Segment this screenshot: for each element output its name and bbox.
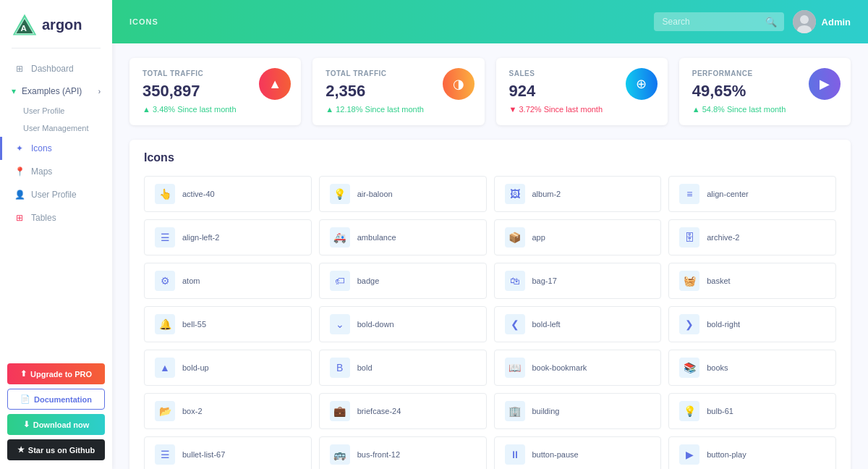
icon-symbol: ⏸ (505, 444, 525, 465)
sidebar-item-maps[interactable]: 📍 Maps (0, 160, 112, 183)
sidebar-item-user-profile[interactable]: User Profile (12, 102, 112, 119)
icon-name: briefcase-24 (357, 407, 401, 415)
icon-name: bus-front-12 (357, 450, 400, 459)
icon-name: active-40 (182, 190, 215, 198)
change-arrow: ▼ (509, 105, 517, 114)
sidebar-item-label: User Management (23, 124, 89, 132)
icon-list-item[interactable]: ≡ align-center (668, 176, 836, 212)
icons-icon: ✦ (14, 143, 25, 154)
icon-list-item[interactable]: 🏷 badge (319, 263, 487, 299)
sidebar-item-icons[interactable]: ✦ Icons (0, 137, 112, 160)
icon-list-item[interactable]: 👆 active-40 (144, 176, 312, 212)
icon-list-item[interactable]: 📚 books (668, 350, 836, 386)
brand-logo: A argon (0, 0, 112, 45)
icon-list-item[interactable]: ❯ bold-right (668, 306, 836, 342)
icon-name: align-left-2 (182, 233, 219, 242)
header-right: 🔍 Admin (654, 10, 851, 33)
download-button[interactable]: ⬇ Download now (7, 414, 105, 435)
icon-name: building (532, 407, 560, 415)
icon-symbol: ❯ (679, 314, 699, 334)
icon-list-item[interactable]: ☰ bullet-list-67 (144, 436, 312, 469)
sidebar-item-examples[interactable]: ▾ Examples (API) › (0, 80, 112, 102)
icon-list-item[interactable]: 🚑 ambulance (319, 219, 487, 255)
icon-name: atom (182, 276, 200, 285)
svg-point-4 (800, 15, 809, 24)
change-arrow: ▲ (326, 105, 333, 114)
icon-symbol: 💡 (330, 184, 350, 204)
icon-name: bag-17 (532, 276, 557, 285)
icon-list-item[interactable]: 🗄 archive-2 (668, 219, 836, 255)
icon-list-item[interactable]: ⌄ bold-down (319, 306, 487, 342)
icon-symbol: ☰ (155, 227, 175, 248)
download-icon: ⬇ (23, 420, 30, 429)
icon-list-item[interactable]: ▲ bold-up (144, 350, 312, 386)
sidebar-action-buttons: ⬆ Upgrade to PRO 📄 Documentation ⬇ Downl… (0, 355, 112, 469)
sidebar-item-label: Examples (API) (22, 86, 82, 96)
stat-icon: ▶ (809, 68, 841, 100)
icon-list-item[interactable]: 🚌 bus-front-12 (319, 436, 487, 469)
icon-name: basket (707, 276, 730, 285)
icon-list-item[interactable]: ⚙ atom (144, 263, 312, 299)
stat-change: ▲ 3.48% Since last month (142, 105, 288, 114)
stat-card: PERFORMANCE 49,65% ▲ 54.8% Since last mo… (679, 58, 851, 125)
icon-symbol: 👆 (155, 184, 175, 204)
upgrade-button[interactable]: ⬆ Upgrade to PRO (7, 363, 105, 384)
icon-list-item[interactable]: 💡 air-baloon (319, 176, 487, 212)
sidebar-item-tables[interactable]: ⊞ Tables (0, 206, 112, 229)
sidebar-item-label: Icons (31, 143, 52, 153)
change-desc: Since last month (727, 105, 786, 114)
icon-list-item[interactable]: 🛍 bag-17 (494, 263, 662, 299)
icon-symbol: 💡 (679, 401, 699, 421)
brand-name: argon (42, 17, 82, 33)
change-desc: Since last month (365, 105, 424, 114)
stat-change: ▼ 3.72% Since last month (509, 105, 655, 114)
sidebar-item-label: User Profile (23, 106, 64, 115)
icon-list-item[interactable]: 🖼 album-2 (494, 176, 662, 212)
sidebar-item-label: User Profile (31, 190, 77, 200)
user-icon: 👤 (14, 189, 25, 200)
icon-symbol: 🏢 (505, 401, 525, 421)
sidebar-item-dashboard[interactable]: ⊞ Dashboard (0, 57, 112, 80)
icon-symbol: 📚 (679, 358, 699, 378)
icon-list-item[interactable]: 🔔 bell-55 (144, 306, 312, 342)
icons-grid: 👆 active-40 💡 air-baloon 🖼 album-2 ≡ ali… (144, 176, 836, 469)
icon-list-item[interactable]: B bold (319, 350, 487, 386)
icon-list-item[interactable]: ☰ align-left-2 (144, 219, 312, 255)
icon-list-item[interactable]: 📦 app (494, 219, 662, 255)
icon-list-item[interactable]: ▶ button-play (668, 436, 836, 469)
icon-name: album-2 (532, 190, 561, 198)
change-percent: 12.18% (336, 105, 362, 114)
change-percent: 3.72% (519, 105, 541, 114)
icon-list-item[interactable]: ❮ bold-left (494, 306, 662, 342)
github-label: Star us on Github (28, 446, 95, 455)
icon-list-item[interactable]: ⏸ button-pause (494, 436, 662, 469)
icon-name: box-2 (182, 407, 203, 415)
sidebar-item-label: Dashboard (31, 64, 74, 74)
admin-area: Admin (793, 10, 851, 33)
github-button[interactable]: ★ Star us on Github (7, 439, 105, 460)
maps-icon: 📍 (14, 166, 25, 177)
change-percent: 54.8% (702, 105, 725, 114)
icon-symbol: ⚙ (155, 271, 175, 291)
sidebar-item-user-profile-2[interactable]: 👤 User Profile (0, 183, 112, 206)
icon-symbol: ≡ (679, 184, 699, 204)
icon-list-item[interactable]: 📖 book-bookmark (494, 350, 662, 386)
icon-list-item[interactable]: 💡 bulb-61 (668, 393, 836, 429)
sidebar: A argon ⊞ Dashboard ▾ Examples (API) › U… (0, 0, 112, 469)
icon-symbol: 🖼 (505, 184, 525, 204)
sidebar-nav: ⊞ Dashboard ▾ Examples (API) › User Prof… (0, 51, 112, 355)
icon-symbol: ❮ (505, 314, 525, 334)
icon-list-item[interactable]: 📂 box-2 (144, 393, 312, 429)
icon-name: ambulance (357, 233, 396, 242)
icon-list-item[interactable]: 🏢 building (494, 393, 662, 429)
icon-symbol: 🔔 (155, 314, 175, 334)
icon-list-item[interactable]: 🧺 basket (668, 263, 836, 299)
avatar-image (793, 10, 816, 33)
sidebar-item-user-management[interactable]: User Management (12, 119, 112, 137)
content-area: TOTAL TRAFFIC 350,897 ▲ 3.48% Since last… (112, 43, 868, 469)
icon-symbol: ⌄ (330, 314, 350, 334)
icon-list-item[interactable]: 💼 briefcase-24 (319, 393, 487, 429)
search-input[interactable] (654, 12, 784, 31)
icon-symbol: 📦 (505, 227, 525, 248)
docs-button[interactable]: 📄 Documentation (7, 389, 105, 410)
